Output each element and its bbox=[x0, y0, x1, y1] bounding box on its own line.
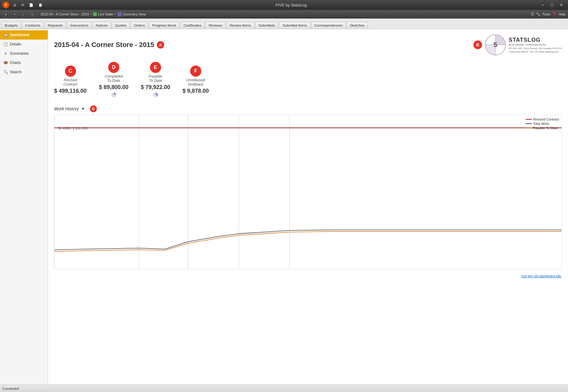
status-bar: Connected bbox=[0, 385, 568, 392]
chart-legend: Revised Contract Total Work Payable To D… bbox=[526, 117, 559, 130]
print-button[interactable]: 🖨 bbox=[12, 2, 18, 7]
tab-review-items[interactable]: Review Items bbox=[226, 22, 254, 29]
legend-label-total: Total Work bbox=[533, 122, 549, 126]
tab-submittals[interactable]: Submittals bbox=[255, 22, 279, 29]
toolbar-right: ⠿ 🔧 Tools ❓ Help bbox=[531, 12, 566, 17]
tab-requests[interactable]: Requests bbox=[44, 22, 66, 29]
tools-label[interactable]: Tools bbox=[542, 12, 550, 16]
tab-orders[interactable]: Orders bbox=[130, 22, 148, 29]
email-button[interactable]: ✉ bbox=[20, 2, 25, 8]
logo-svg: 5 bbox=[485, 34, 506, 56]
badge-g: G bbox=[90, 105, 97, 112]
metric-value-holdback: $ 9,878.00 bbox=[182, 88, 209, 94]
logo-area: B 5 STATSLOG bbox=[471, 34, 562, 56]
charts-icon: 🍩 bbox=[3, 60, 8, 65]
window-controls: − □ × bbox=[538, 2, 566, 8]
legend-revised-contract: Revised Contract bbox=[526, 117, 559, 121]
work-history-label: Work History bbox=[54, 106, 79, 111]
title-bar: F 🖨 ✉ 📄 📋 FIVE by StatsLog − □ × bbox=[0, 0, 568, 10]
minimize-button[interactable]: − bbox=[538, 2, 547, 8]
sidebar-item-search[interactable]: 🔍 Search bbox=[0, 67, 48, 77]
metric-label-payable: PayableTo Date bbox=[149, 74, 162, 83]
metric-badge-d: D bbox=[108, 62, 119, 73]
tab-certificates[interactable]: Certificates bbox=[180, 22, 205, 29]
tab-instructions[interactable]: Instructions bbox=[67, 22, 92, 29]
chart-svg: $ 499,116.00 bbox=[54, 115, 562, 269]
statslog-addr: PO Box 302, Parry Sound, ON Canada P2A 2… bbox=[509, 47, 562, 50]
home-button[interactable]: ⌂ bbox=[20, 11, 26, 17]
tab-submittal-items[interactable]: Submittal Items bbox=[279, 22, 310, 29]
statslog-branding: STATSLOG SOFTWARE CORPORATION PO Box 302… bbox=[509, 37, 562, 53]
sidebar-item-dashboard[interactable]: 🏠 Dashboard bbox=[0, 30, 48, 40]
help-icon: ❓ bbox=[552, 12, 557, 16]
statslog-name: STATSLOG bbox=[509, 37, 562, 43]
title-with-badge: 2015-04 - A Corner Store - 2015 A bbox=[54, 41, 164, 49]
content-area: 2015-04 - A Corner Store - 2015 A B bbox=[48, 29, 568, 385]
work-history-header: Work History ▼ G bbox=[54, 105, 562, 112]
main-layout: 🏠 Dashboard 📋 Details ≡ Summaries 🍩 Char… bbox=[0, 29, 568, 385]
app-icon: F bbox=[2, 2, 9, 8]
statslog-corp: SOFTWARE CORPORATION bbox=[509, 43, 562, 46]
metric-value-payable: $ 79,922.00 bbox=[141, 84, 170, 91]
metric-unreleased-holdback: F UnreleasedHoldback $ 9,878.00 bbox=[182, 66, 209, 94]
metric-value-completed: $ 89,800.00 bbox=[99, 84, 128, 91]
metric-value-revised-contract: $ 499,116.00 bbox=[54, 88, 87, 94]
badge-a: A bbox=[157, 41, 164, 49]
live-state-label: Live State bbox=[98, 12, 113, 16]
breadcrumb-project: 2015-04 - A Corner Store - 2015 bbox=[41, 12, 89, 16]
metric-label-completed: CompletedTo Date bbox=[105, 74, 123, 83]
tab-budgets[interactable]: Budgets bbox=[1, 22, 21, 29]
metric-badge-f: F bbox=[190, 66, 201, 77]
page-title: 2015-04 - A Corner Store - 2015 bbox=[54, 41, 154, 49]
live-state-indicator: Live State bbox=[93, 12, 113, 16]
breadcrumb: 2015-04 - A Corner Store - 2015 » Live S… bbox=[41, 12, 146, 16]
connection-status: Connected bbox=[2, 387, 19, 390]
legend-total-work: Total Work bbox=[526, 122, 559, 126]
export-button[interactable]: 📋 bbox=[37, 2, 44, 8]
work-history-dropdown[interactable]: ▼ bbox=[81, 107, 85, 111]
summary-icon bbox=[117, 12, 122, 16]
legend-label-payable: Payable To Date bbox=[533, 126, 558, 130]
tab-notices[interactable]: Notices bbox=[92, 22, 111, 29]
legend-line-total bbox=[526, 123, 532, 124]
back-button[interactable]: ◁ bbox=[29, 11, 35, 17]
legend-payable-to-date: Payable To Date bbox=[526, 126, 559, 130]
breadcrumb-sep2: » bbox=[114, 13, 116, 16]
toolbar: ℹ × ⌂ ◁ 2015-04 - A Corner Store - 2015 … bbox=[0, 10, 568, 19]
tab-contracts[interactable]: Contracts bbox=[22, 22, 44, 29]
legend-line-payable bbox=[526, 128, 532, 128]
metric-revised-contract: C RevisedContract $ 499,116.00 bbox=[54, 66, 87, 94]
metric-completed-to-date: D CompletedTo Date $ 89,800.00 bbox=[99, 62, 128, 98]
maximize-button[interactable]: □ bbox=[548, 2, 556, 8]
old-dashboard-link[interactable]: Use the old dashboard tab. bbox=[54, 274, 562, 278]
tab-reviews[interactable]: Reviews bbox=[205, 22, 225, 29]
logo-circle-container: 5 bbox=[485, 34, 506, 56]
close-button[interactable]: × bbox=[557, 2, 566, 8]
help-label[interactable]: Help bbox=[558, 12, 566, 16]
sidebar-item-charts[interactable]: 🍩 Charts bbox=[0, 58, 48, 67]
breadcrumb-sep: » bbox=[90, 13, 92, 16]
search-icon: 🔍 bbox=[3, 70, 8, 75]
tab-correspondences[interactable]: Correspondences bbox=[311, 22, 346, 29]
svg-text:$ 499,116.00: $ 499,116.00 bbox=[58, 126, 88, 130]
completed-pie-icon bbox=[111, 92, 117, 98]
sidebar: 🏠 Dashboard 📋 Details ≡ Summaries 🍩 Char… bbox=[0, 29, 48, 385]
info-button[interactable]: ℹ bbox=[3, 11, 9, 17]
legend-line-revised bbox=[526, 119, 532, 120]
details-icon: 📋 bbox=[3, 42, 8, 47]
title-bar-left: F 🖨 ✉ 📄 📋 bbox=[2, 2, 44, 8]
live-dot-icon bbox=[93, 12, 97, 16]
metrics-row: C RevisedContract $ 499,116.00 D Complet… bbox=[54, 62, 562, 98]
nav-tabs: Budgets Contracts Requests Instructions … bbox=[0, 19, 568, 29]
tab-progress-items[interactable]: Progress Items bbox=[149, 22, 179, 29]
sidebar-item-summaries[interactable]: ≡ Summaries bbox=[0, 49, 48, 58]
dashboard-icon: 🏠 bbox=[3, 32, 8, 37]
sidebar-item-details[interactable]: 📋 Details bbox=[0, 40, 48, 49]
close-tab-button[interactable]: × bbox=[11, 11, 18, 17]
summary-view-indicator: Summary View bbox=[117, 12, 146, 16]
pdf-button[interactable]: 📄 bbox=[28, 2, 35, 8]
legend-label-revised: Revised Contract bbox=[533, 117, 559, 121]
tab-quotes[interactable]: Quotes bbox=[112, 22, 130, 29]
tab-sketches[interactable]: Sketches bbox=[347, 22, 368, 29]
metric-badge-e: E bbox=[150, 62, 161, 73]
